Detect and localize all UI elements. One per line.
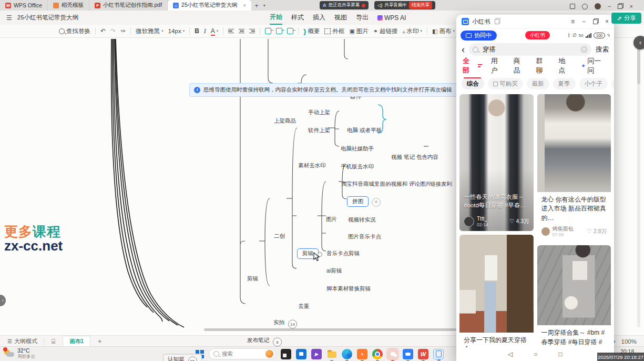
insert-image-button[interactable]: ▣图片 [349,27,368,35]
mindmap-node[interactable]: 上架商品 [274,117,296,125]
mindmap-node[interactable]: 淘宝抖音商城里面的视频和 评论图片 [341,180,431,188]
mindmap-node[interactable]: 发布笔记8 [247,337,282,347]
font-size-select[interactable]: 14px▾ [168,28,185,34]
mindmap-node[interactable]: 图片 [326,216,337,223]
mindmap-node[interactable]: 电脑社媒助手 [341,145,374,153]
redo-button[interactable]: ↷ [110,27,116,35]
outer-frame-button[interactable]: 外框 [324,27,344,35]
phone-close-button[interactable]: × [605,18,609,25]
align-center-button[interactable] [239,29,244,34]
edge-browser-icon[interactable] [342,349,352,359]
media-player-icon[interactable]: ▶ [311,349,322,359]
mindmap-node[interactable]: 认知篇65 [163,354,202,361]
format-painter-button[interactable]: ✑ [120,27,126,35]
close-button[interactable]: × [629,4,632,9]
menu-item-开始[interactable]: 开始 [270,11,282,25]
result-tab-地点[interactable]: 地点 [558,56,572,75]
result-tab-问一问[interactable]: ✦问一问 [581,56,608,75]
author-avatar[interactable] [464,216,474,227]
duplicate-window-icon[interactable] [495,19,499,24]
document-tab[interactable]: ◇25小红书笔记带货大纲× [168,0,251,11]
feed-card[interactable]: 一周穿搭合集～ #bm #春季穿搭 #每日穿搭 #日… [537,245,611,347]
mindmap-node[interactable]: 音乐卡点剪辑 [326,250,360,257]
search-input[interactable] [482,45,577,54]
wechat-icon[interactable] [387,349,398,359]
mindmap-node[interactable]: 电脑 或者平板 [347,127,382,134]
new-tab-button[interactable]: + [251,0,262,11]
feed-card[interactable]: 分享一下我的夏天穿搭合 [459,235,534,347]
mindmap-node[interactable]: 拼图 [347,196,369,207]
mindmap-node[interactable]: 软件上架 [308,127,330,134]
result-tab-群聊[interactable]: 群聊 [536,56,549,75]
search-box[interactable]: × [469,43,591,56]
mindmap-node[interactable]: 视频 笔记 包含内容 [391,154,438,161]
watermark-button[interactable]: ▵水印▾ [403,27,423,35]
outline-mode-button[interactable]: ☰大纲模式 [7,337,37,345]
mindmap-node[interactable]: 去重 [298,303,309,310]
feed-card[interactable]: 龙心 你有这么牛的版型进入市场 新品百褶裙真的…烤焦面包07-08♡ 2.8万 [537,94,611,242]
add-canvas-button[interactable]: + [98,337,102,345]
tab-list-chevron-icon[interactable]: ▾ [262,0,267,11]
clear-search-icon[interactable]: × [580,46,588,53]
undo-button[interactable]: ↶ [100,27,106,35]
align-right-button[interactable] [249,29,255,34]
collapse-panel-button[interactable]: ‹ [633,36,644,49]
vertical-scrollbar[interactable] [637,46,640,84]
feed-card[interactable]: 一些春天的漂亮衣服～ #ootd每日穿搭 #早春…Tttt_02-14♡ 4.3… [459,94,534,231]
widget-icon[interactable] [570,4,575,9]
summary-button[interactable]: }概要 [303,27,320,35]
nav-back-button[interactable]: ◁ [508,350,513,358]
hyperlink-button[interactable]: ⚭超链接 [373,27,398,35]
filter-chip-夏季[interactable]: 夏季 [553,78,576,89]
mindmap-node[interactable]: ai剪辑 [326,267,342,275]
cloud-app-icon[interactable] [403,349,413,359]
document-tab[interactable]: WWPS Office [0,0,48,11]
taskbar-search[interactable]: 搜索 [209,348,276,359]
author-avatar[interactable] [541,227,550,236]
phone-mirror-icon[interactable] [433,349,444,359]
chrome-browser-icon[interactable] [372,349,383,359]
author-name[interactable]: 烤焦面包07-08 [553,226,574,237]
search-submit-button[interactable]: 搜索 [596,45,609,54]
phone-window-titlebar[interactable]: 小红书 ≡ − × [456,15,614,29]
menu-item-导出[interactable]: 导出 [356,11,369,24]
task-view-icon[interactable] [281,349,291,359]
share-button[interactable]: ⇗ 分享 [611,13,641,24]
like-count[interactable]: ♡ 2.8万 [587,228,607,235]
canvas-tab[interactable]: 画布1 [63,336,90,347]
mindmap-node[interactable]: 二创 [274,233,285,240]
file-explorer-icon[interactable] [326,349,337,359]
align-left-button[interactable] [228,29,234,34]
font-color-button[interactable]: A▾ [211,27,219,35]
like-count[interactable]: ♡ 4.3万 [509,218,529,225]
bold-button[interactable]: B [195,27,199,35]
phone-menu-icon[interactable]: ≡ [571,18,575,25]
filter-chip-最新[interactable]: 最新 [527,78,549,89]
menu-item-插入[interactable]: 插入 [313,11,325,24]
hamburger-menu-icon[interactable]: ☰ [6,14,12,22]
mindmap-node[interactable]: 图片音乐卡点 [348,233,381,240]
back-button[interactable]: ‹ [462,45,465,54]
mindmap-node[interactable]: 视频转实况 [348,216,376,224]
insert-subtopic-button[interactable] [276,28,282,34]
filter-chip-综合[interactable]: 综合 [462,78,484,89]
nav-home-button[interactable]: ○ [534,350,537,358]
mindmap-node[interactable]: 剪辑 [247,275,258,283]
filter-chip-小个子[interactable]: 小个子 [579,78,608,89]
phone-minimize-button[interactable]: − [582,18,586,25]
document-tab[interactable]: P小红书笔记创作指南.pdf [89,0,168,11]
user-avatar[interactable] [595,3,601,9]
find-replace-button[interactable]: 查找替换 [59,27,90,35]
result-tab-商品[interactable]: 商品 [514,56,527,75]
horizontal-scrollbar[interactable] [204,328,456,331]
mindmap-node[interactable]: 实拍14 [273,319,297,329]
menu-item-样式[interactable]: 样式 [291,11,304,24]
nav-recents-button[interactable]: □ [559,350,563,358]
stop-share-button[interactable]: 结束共享 [409,2,432,9]
add-child-node-button[interactable]: + [372,198,381,207]
document-tab[interactable]: 稻壳模板 [48,0,89,11]
taskbar-weather-widget[interactable]: 32°C 局部多云 [4,348,35,359]
restore-button[interactable] [618,4,622,9]
result-tab-全部[interactable]: 全部 [463,56,482,75]
mindmap-node[interactable]: 链接发到 [430,180,452,188]
